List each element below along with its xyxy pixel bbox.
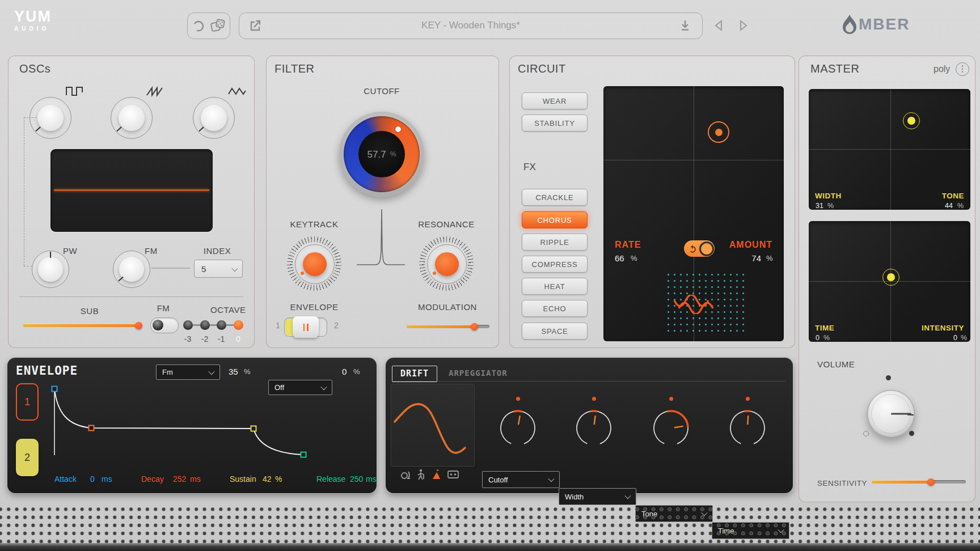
osc3-level-knob[interactable] <box>193 97 235 139</box>
wear-button[interactable]: WEAR <box>522 92 588 109</box>
tone-value: 44 <box>890 202 953 210</box>
env-mod1-select[interactable]: Fm <box>156 364 220 380</box>
envelope-tab-2[interactable]: 2 <box>16 439 39 476</box>
octave-option--2[interactable] <box>200 320 210 330</box>
octave-option--3[interactable] <box>183 320 193 330</box>
index-select[interactable]: 5 <box>194 260 243 278</box>
envelope-graph[interactable] <box>41 379 360 465</box>
modulation-label: MODULATION <box>418 303 475 311</box>
release-value[interactable]: 250 <box>350 475 363 483</box>
cutoff-value: 57.7 <box>368 150 386 159</box>
circuit-xy-point[interactable] <box>708 121 729 143</box>
env-mod2-unit: % <box>353 368 360 375</box>
sustain-handle[interactable] <box>251 426 256 431</box>
mountain-flag-icon[interactable] <box>432 469 443 480</box>
preset-name[interactable]: KEY - Wooden Things* <box>239 20 702 30</box>
modulation-slider-thumb[interactable] <box>471 323 478 330</box>
hiker-icon[interactable] <box>416 469 426 480</box>
decay-label: Decay <box>141 475 164 483</box>
tone-unit: % <box>957 202 964 210</box>
sub-slider[interactable] <box>23 324 140 327</box>
fm-toggle[interactable] <box>150 317 179 333</box>
drift-target-select-1[interactable]: Cutoff <box>482 471 560 488</box>
drift-target-select-2[interactable]: Width <box>559 488 636 505</box>
volume-marker-top <box>886 375 891 380</box>
save-download-icon[interactable] <box>678 19 692 32</box>
envelope-option-1[interactable]: 1 <box>276 321 280 329</box>
fx-button-chorus[interactable]: CHORUS <box>522 211 588 228</box>
sensitivity-slider[interactable] <box>872 480 966 484</box>
attack-unit: ms <box>102 475 112 483</box>
fm-toggle-label: FM <box>152 304 175 312</box>
sensitivity-slider-thumb[interactable] <box>927 478 935 486</box>
envelope-tab-2-label: 2 <box>24 452 30 463</box>
decay-unit: ms <box>190 475 201 483</box>
drift-knob-tone[interactable] <box>651 408 691 448</box>
circuit-title: CIRCUIT <box>518 63 566 74</box>
osc1-level-knob[interactable] <box>29 97 71 139</box>
speaker-grille <box>0 503 980 543</box>
modulation-slider[interactable] <box>407 325 489 328</box>
sub-slider-thumb[interactable] <box>135 322 142 329</box>
info-icon[interactable] <box>956 62 969 76</box>
decay-value[interactable]: 252 <box>173 475 186 483</box>
resonance-knob[interactable] <box>419 236 474 291</box>
intensity-label: INTENSITY <box>902 324 964 332</box>
time-intensity-point[interactable] <box>882 269 899 286</box>
width-tone-pad[interactable]: WIDTH 31 % TONE 44 % <box>809 89 970 210</box>
sustain-unit: % <box>275 475 282 483</box>
tab-drift[interactable]: DRIFT <box>392 366 437 382</box>
fx-button-heat[interactable]: HEAT <box>522 278 588 295</box>
chevron-down-icon <box>208 368 214 375</box>
cutoff-knob[interactable]: 57.7 % <box>339 112 424 197</box>
time-intensity-pad[interactable]: TIME 0 % INTENSITY 0 % <box>809 221 970 342</box>
yum-audio-logo: YUM AUDIO <box>14 9 52 32</box>
fm-knob[interactable] <box>113 251 150 288</box>
fx-button-echo[interactable]: ECHO <box>522 300 588 317</box>
logo-subtext: AUDIO <box>14 26 52 32</box>
release-handle[interactable] <box>301 452 306 457</box>
envelope-title: ENVELOPE <box>16 365 78 377</box>
dice-icon[interactable] <box>209 18 226 35</box>
attack-value[interactable]: 0 <box>90 475 95 483</box>
next-preset-button[interactable] <box>736 18 750 33</box>
pw-knob[interactable] <box>32 251 69 288</box>
plugin-window: YUM AUDIO KEY - Wooden Things* <box>0 0 980 551</box>
keytrack-knob[interactable] <box>287 236 341 291</box>
prev-preset-button[interactable] <box>712 18 726 33</box>
fx-button-space[interactable]: SPACE <box>522 323 588 340</box>
osc2-level-knob[interactable] <box>111 97 153 139</box>
octave-option--1[interactable] <box>217 320 226 330</box>
drift-knob-cutoff[interactable] <box>498 408 538 448</box>
width-tone-point[interactable] <box>903 112 920 129</box>
stability-button[interactable]: STABILITY <box>522 115 588 132</box>
fx-button-compress[interactable]: COMPRESS <box>522 256 588 273</box>
tape-icon[interactable] <box>447 471 459 479</box>
sustain-value[interactable]: 42 <box>263 475 272 483</box>
drift-knob2-dot <box>592 397 596 401</box>
drift-knob-time[interactable] <box>728 408 767 448</box>
snail-icon[interactable] <box>400 470 411 480</box>
fx-button-ripple[interactable]: RIPPLE <box>522 234 588 251</box>
filter-curve <box>352 204 414 269</box>
volume-label: VOLUME <box>817 360 855 368</box>
drift-knob-width[interactable] <box>574 408 614 448</box>
volume-knob[interactable] <box>867 390 915 438</box>
fm-toggle-handle[interactable] <box>153 320 163 330</box>
preset-bar[interactable]: KEY - Wooden Things* <box>239 12 703 39</box>
envelope-toggle-handle[interactable] <box>293 316 319 338</box>
tab-arpeggiator[interactable]: ARPEGGIATOR <box>449 369 508 377</box>
octave-option-0[interactable] <box>234 320 243 330</box>
circuit-xy-pad[interactable]: RATE 66 % AMOUNT 74 % <box>603 86 784 341</box>
fx-button-crackle[interactable]: CRACKLE <box>522 189 588 206</box>
voice-mode[interactable]: poly <box>933 65 950 74</box>
envelope-option-2[interactable]: 2 <box>334 321 339 329</box>
envelope-select-toggle[interactable] <box>284 317 327 337</box>
tone-label: TONE <box>902 192 964 200</box>
time-value: 0 <box>816 334 820 342</box>
envelope-tab-1[interactable]: 1 <box>16 383 39 421</box>
attack-handle[interactable] <box>52 387 57 392</box>
stability-button-label: STABILITY <box>534 120 575 127</box>
history-icon[interactable] <box>192 19 205 32</box>
decay-handle[interactable] <box>89 426 94 431</box>
